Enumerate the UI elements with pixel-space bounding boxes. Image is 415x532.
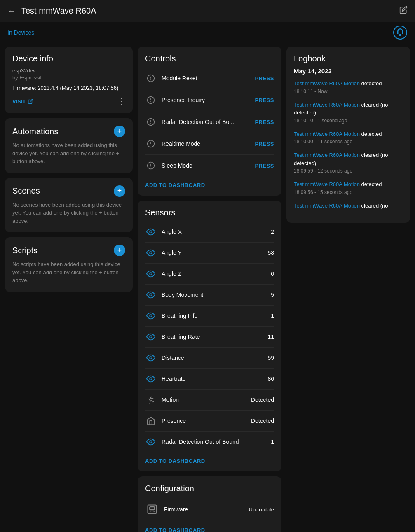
control-label: Radar Detection Out of Bo... <box>162 119 255 125</box>
add-scene-button[interactable]: + <box>114 185 125 197</box>
right-column: Logbook May 14, 2023 Test mmWave R60A Mo… <box>286 47 410 532</box>
control-label: Module Reset <box>162 75 255 82</box>
eye-icon <box>146 290 155 299</box>
sensor-icon-container <box>145 394 157 406</box>
scenes-card: Scenes + No scenes have been added using… <box>5 178 133 233</box>
svg-point-18 <box>150 231 152 233</box>
log-device: Test mmWave R60A Motion <box>294 203 360 209</box>
main-content: Device info esp32dev by Espressif Firmwa… <box>0 43 415 532</box>
press-button[interactable]: PRESS <box>255 163 274 169</box>
scenes-empty-text: No scenes have been added using this dev… <box>12 201 125 225</box>
log-time: 18:10:00 - 11 seconds ago <box>294 138 403 145</box>
press-button[interactable]: PRESS <box>255 75 274 82</box>
back-button[interactable]: ← <box>7 6 16 16</box>
config-value: Up-to-date <box>249 506 274 513</box>
sensor-row: Angle Z 0 <box>145 264 274 285</box>
automations-empty-text: No automations have been added using thi… <box>12 141 125 166</box>
control-info-icon <box>145 160 157 171</box>
controls-card: Controls Module Reset PRESS Presence Inq… <box>138 47 281 196</box>
eye-icon <box>146 332 155 341</box>
controls-row: Realtime Mode PRESS <box>145 133 274 155</box>
device-info-title: Device info <box>12 54 125 63</box>
sensor-value: 59 <box>267 355 274 361</box>
scenes-title: Scenes <box>12 186 40 196</box>
config-add-dashboard-button[interactable]: ADD TO DASHBOARD <box>145 527 274 532</box>
sensors-add-dashboard-button[interactable]: ADD TO DASHBOARD <box>145 458 274 464</box>
firmware-icon <box>145 502 159 516</box>
add-automation-button[interactable]: + <box>114 126 125 137</box>
control-info-icon <box>145 138 157 149</box>
eye-icon <box>146 311 155 320</box>
add-script-button[interactable]: + <box>114 245 125 256</box>
sensor-label: Motion <box>162 397 251 403</box>
sensor-value: 58 <box>267 250 274 256</box>
log-action: cleared (no <box>361 203 388 209</box>
configuration-card: Configuration Firmware Up-to-date ADD TO… <box>138 476 281 532</box>
log-entry-text: Test mmWave R60A Motion cleared (no <box>294 202 403 210</box>
press-button[interactable]: PRESS <box>255 97 274 103</box>
controls-row: Module Reset PRESS <box>145 68 274 89</box>
eye-icon <box>146 437 155 446</box>
logbook-title: Logbook <box>294 54 403 63</box>
visit-link[interactable]: VISIT <box>12 98 33 105</box>
log-action: detected <box>361 131 382 137</box>
log-entry: Test mmWave R60A Motion cleared (no dete… <box>294 101 403 124</box>
svg-point-27 <box>150 441 152 443</box>
sensor-icon-container <box>145 247 157 259</box>
svg-point-20 <box>150 273 152 275</box>
sensor-label: Body Movement <box>162 292 271 298</box>
configuration-title: Configuration <box>145 484 274 493</box>
log-entry-text: Test mmWave R60A Motion detected <box>294 130 403 138</box>
log-entry-text: Test mmWave R60A Motion cleared (no dete… <box>294 101 403 117</box>
press-button[interactable]: PRESS <box>255 141 274 147</box>
eye-icon <box>146 269 155 278</box>
controls-title: Controls <box>145 54 274 63</box>
control-info-icon <box>145 72 157 84</box>
scripts-header: Scripts + <box>12 245 125 256</box>
config-label: Firmware <box>164 506 249 513</box>
log-entry-text: Test mmWave R60A Motion detected <box>294 79 403 88</box>
controls-add-dashboard-button[interactable]: ADD TO DASHBOARD <box>145 182 274 188</box>
eye-icon <box>146 248 155 257</box>
logbook-date: May 14, 2023 <box>294 68 403 75</box>
sensor-value: 1 <box>271 439 274 445</box>
sensor-row: Motion Detected <box>145 390 274 411</box>
sensor-icon-container <box>145 373 157 385</box>
press-button[interactable]: PRESS <box>255 119 274 125</box>
log-entry: Test mmWave R60A Motion detected 18:10:0… <box>294 130 403 146</box>
sensor-row: Presence Detected <box>145 411 274 432</box>
sensor-label: Angle Y <box>162 250 267 256</box>
breadcrumb-text[interactable]: In Devices <box>7 29 34 36</box>
sensor-label: Radar Detection Out of Bound <box>162 439 271 445</box>
log-device: Test mmWave R60A Motion <box>294 181 360 187</box>
sensor-icon-container <box>145 415 157 427</box>
sensor-icon-container <box>145 226 157 238</box>
sensor-value: Detected <box>251 397 274 403</box>
device-info-actions: VISIT ⋮ <box>12 97 125 106</box>
log-device: Test mmWave R60A Motion <box>294 152 360 158</box>
controls-row: Sleep Mode PRESS <box>145 155 274 176</box>
configuration-list: Firmware Up-to-date <box>145 497 274 521</box>
sensor-row: Angle X 2 <box>145 222 274 243</box>
sensor-icon-container <box>145 436 157 448</box>
edit-button[interactable] <box>399 6 408 16</box>
svg-point-1 <box>399 34 401 36</box>
sensor-row: Radar Detection Out of Bound 1 <box>145 432 274 452</box>
device-firmware: Firmware: 2023.4.4 (May 14 2023, 18:07:5… <box>12 85 125 91</box>
motion-icon <box>146 395 155 404</box>
page-title: Test mmWave R60A <box>21 6 96 16</box>
sensor-label: Angle Z <box>162 271 271 277</box>
scenes-header: Scenes + <box>12 185 125 197</box>
log-entry: Test mmWave R60A Motion detected 18:10:1… <box>294 79 403 95</box>
scripts-empty-text: No scripts have been added using this de… <box>12 260 125 285</box>
sensor-row: Breathing Rate 11 <box>145 327 274 348</box>
more-options-button[interactable]: ⋮ <box>118 97 125 106</box>
sensor-row: Breathing Info 1 <box>145 306 274 327</box>
left-column: Device info esp32dev by Espressif Firmwa… <box>5 47 133 532</box>
log-device: Test mmWave R60A Motion <box>294 131 360 137</box>
sensor-label: Heartrate <box>162 376 267 382</box>
log-time: 18:09:56 - 15 seconds ago <box>294 189 403 196</box>
log-time: 18:09:59 - 12 seconds ago <box>294 167 403 175</box>
control-info-icon <box>145 116 157 128</box>
eye-icon <box>146 227 155 236</box>
